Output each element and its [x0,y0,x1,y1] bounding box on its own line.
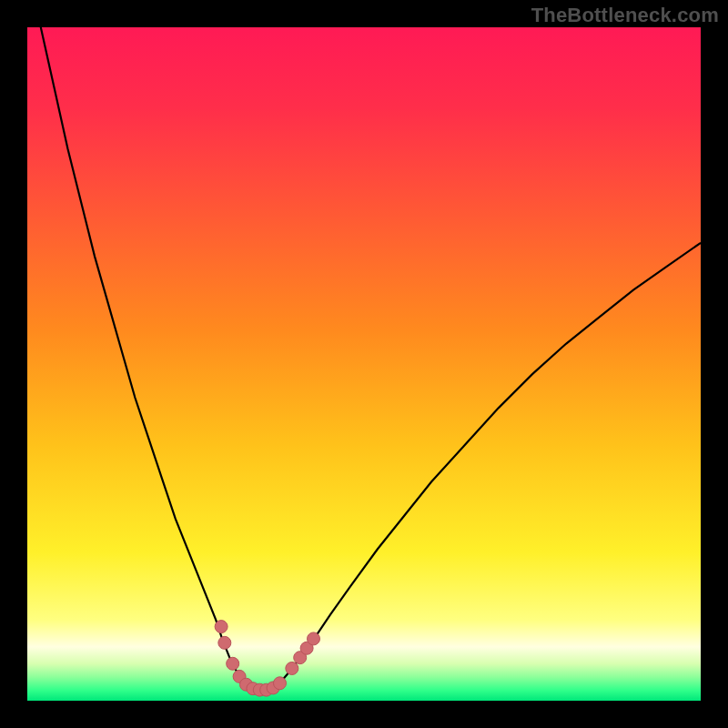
curve-marker [215,621,228,633]
curve-marker [227,657,239,670]
curve-marker [308,632,320,645]
chart-svg [27,27,701,701]
curve-marker [274,677,287,690]
curve-marker [218,636,231,649]
watermark-text: TheBottleneck.com [531,4,719,27]
curve-marker [286,662,298,674]
plot-area [27,27,701,701]
gradient-background [27,27,701,701]
chart-frame: TheBottleneck.com [0,0,728,728]
